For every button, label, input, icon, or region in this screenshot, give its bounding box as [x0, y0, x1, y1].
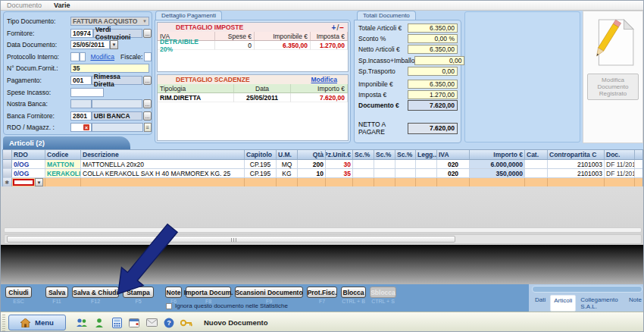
data-documento-field[interactable]: 25/05/2011 [70, 40, 110, 49]
menu-item-documento[interactable]: Documento [7, 2, 42, 9]
cell-doc[interactable]: DF 11/201... [605, 169, 635, 177]
scrollbar-thumb[interactable] [7, 236, 455, 243]
protocollo-modifica-link[interactable]: Modifica [90, 53, 114, 61]
cell-um[interactable]: KG [277, 169, 298, 177]
cell-sc3[interactable] [395, 169, 416, 177]
action-button-blocca[interactable]: Blocca [341, 287, 366, 298]
grid-col-header-doc[interactable]: Doc. [605, 150, 635, 159]
action-button-chiudi[interactable]: Chiudi [5, 287, 32, 298]
grid-col-header-sc2[interactable]: Sc.% [374, 150, 395, 159]
tab-dettaglio-pagamenti[interactable]: Dettaglio Pagamenti [155, 11, 222, 20]
cell-doc[interactable]: DF 11/201... [605, 160, 635, 168]
grid-col-header-qta[interactable]: Qtà [298, 150, 326, 159]
new-cell-rdo[interactable]: ▼ [12, 178, 45, 186]
cell-um[interactable]: MQ [277, 160, 298, 168]
action-button-note[interactable]: Note [165, 287, 182, 298]
grid-col-header-sc3[interactable]: Sc.% [395, 150, 416, 159]
cell-iva[interactable]: 020 [437, 169, 470, 177]
pagamento-code-field[interactable]: 001 [70, 76, 92, 85]
calculator-icon[interactable] [110, 316, 123, 330]
scadenze-modifica-link[interactable]: Modifica [311, 76, 337, 83]
action-button-scansioni-documento[interactable]: Scansioni Documento [235, 287, 303, 298]
cell-importo[interactable]: 6.000,0000 [470, 160, 525, 168]
tab-totali-documento[interactable]: Totali Documento [357, 11, 416, 20]
grid-col-header-contropartita[interactable]: Contropartita C [548, 150, 605, 159]
action-button-importa-docum-[interactable]: Importa Docum. [186, 287, 231, 298]
grid-col-header-descrizione[interactable]: Descrizione [81, 150, 245, 159]
magazz-list-button[interactable]: ≡ [144, 123, 152, 132]
grid-col-header-sc1[interactable]: Sc.% [353, 150, 374, 159]
users-icon[interactable] [75, 316, 89, 330]
window-icon[interactable] [127, 316, 141, 330]
nostra-banca-name-field[interactable] [92, 99, 142, 108]
cell-descrizione[interactable]: COLLA KERAKOLL SAX H 40 MARMOREX KG. 25 [81, 169, 245, 177]
imposte-cell-spese[interactable]: 0 [215, 41, 255, 50]
banca-fornitore-name-field[interactable]: UBI BANCA [92, 111, 142, 121]
cell-sc2[interactable] [374, 169, 395, 177]
cell-rdo[interactable]: 0/OG [12, 160, 45, 168]
cell-cat[interactable] [525, 160, 548, 168]
grid-col-header-pz_unit[interactable]: Pz.Unit.€ [326, 150, 353, 159]
fornitore-lookup-button[interactable]: ... [143, 29, 152, 38]
nostra-banca-code-field[interactable] [70, 99, 92, 108]
row-selector[interactable] [3, 169, 12, 177]
scadenze-cell-data[interactable]: 25/05/2011 [234, 93, 291, 102]
article-row[interactable]: 0/OGMATTONMATTONELLA 20x20CP.195MQ200300… [3, 160, 642, 169]
grid-col-header-um[interactable]: U.M. [277, 150, 298, 159]
cell-cat[interactable] [525, 169, 548, 177]
grid-col-header-legg[interactable]: Legg... [416, 150, 437, 159]
imposte-cell-iva[interactable]: DETRAIBILE 20% [158, 41, 215, 50]
fornitore-code-field[interactable]: 10974 [70, 29, 93, 38]
cell-capitolo[interactable]: CP.195 [245, 160, 277, 168]
cell-iva[interactable]: 020 [437, 160, 470, 168]
article-row[interactable]: 0/OGKERAKOLL2COLLA KERAKOLL SAX H 40 MAR… [3, 169, 642, 178]
protocollo-field-1[interactable] [70, 52, 80, 61]
help-icon[interactable]: ? [162, 316, 176, 330]
cell-sc2[interactable] [374, 160, 395, 168]
cell-sc1[interactable] [353, 160, 374, 168]
grid-col-header-rdo[interactable]: RDO [12, 150, 45, 159]
cell-codice[interactable]: KERAKOLL2 [45, 169, 81, 177]
menu-item-varie[interactable]: Varie [54, 2, 70, 9]
cell-pz_unit[interactable]: 35 [326, 169, 353, 177]
detail-tab-collegamento-s-a-l-[interactable]: Collegamento S.A.L. [577, 295, 624, 312]
pagamento-name-field[interactable]: Rimessa Diretta [92, 76, 142, 85]
rdo-field[interactable]: × [70, 123, 92, 132]
cell-pz_unit[interactable]: 30 [326, 160, 353, 168]
mail-icon[interactable] [145, 316, 158, 330]
grid-col-header-cat[interactable]: Cat. [525, 150, 548, 159]
menu-button[interactable]: Menu [8, 315, 66, 330]
cell-descrizione[interactable]: MATTONELLA 20x20 [81, 160, 245, 168]
scadenze-cell-tipologia[interactable]: RIM.DIRETTA [158, 93, 234, 102]
spese-incasso-field[interactable] [70, 88, 104, 97]
cell-importo[interactable]: 350,0000 [470, 169, 525, 177]
pagamento-lookup-button[interactable]: ... [143, 76, 152, 85]
protocollo-field-2[interactable] [80, 52, 86, 61]
tab-articoli[interactable]: Articoli (2) [3, 136, 130, 149]
num-docum-field[interactable]: 35 [70, 64, 149, 73]
action-button-prot-fisc-[interactable]: Prot.Fisc. [307, 287, 337, 298]
cell-qta[interactable]: 10 [298, 169, 326, 177]
fornitore-name-field[interactable]: Verdi Costruzioni [93, 29, 142, 38]
grid-col-header-codice[interactable]: Codice [45, 150, 81, 159]
cell-capitolo[interactable]: CP.195 [245, 169, 277, 177]
banca-fornitore-lookup-button[interactable]: ... [143, 111, 152, 121]
imposte-cell-imponibile[interactable]: 6.350,00 [255, 41, 311, 50]
detail-tab-articoli[interactable]: Articoli [550, 295, 576, 312]
action-button-salva-chiudi[interactable]: Salva & Chiudi [72, 287, 119, 298]
clear-icon[interactable]: × [83, 124, 89, 130]
user-icon[interactable] [92, 316, 106, 330]
cell-qta[interactable]: 200 [298, 160, 326, 168]
new-rdo-dropdown-button[interactable]: ▼ [35, 178, 43, 186]
nostra-banca-lookup-button[interactable]: ... [143, 99, 152, 108]
detail-tab-dati[interactable]: Dati [532, 295, 549, 312]
ignore-statistics-checkbox[interactable] [166, 303, 172, 309]
grid-col-header-iva[interactable]: IVA [437, 150, 470, 159]
cell-legg[interactable] [416, 160, 437, 168]
cell-rdo[interactable]: 0/OG [12, 169, 45, 177]
new-rdo-input[interactable] [13, 179, 34, 186]
magazz-field[interactable] [92, 123, 143, 132]
scadenze-cell-importo[interactable]: 7.620,00 [291, 93, 348, 102]
horizontal-scrollbar[interactable] [4, 234, 642, 244]
modifica-documento-registrato-button[interactable]: Modifica Documento Registrato [587, 74, 639, 100]
